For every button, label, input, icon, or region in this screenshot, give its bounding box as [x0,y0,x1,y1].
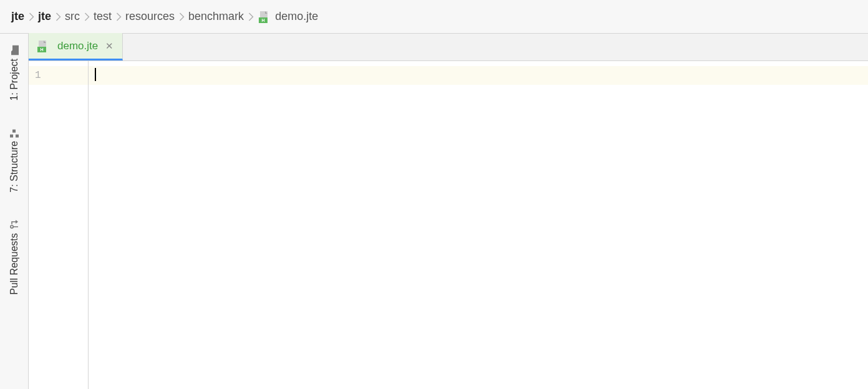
svg-text:H: H [262,18,265,22]
svg-rect-6 [16,135,19,138]
chevron-right-icon [52,12,64,21]
sidebar-tool-structure[interactable]: 7: Structure [6,123,22,198]
svg-point-7 [10,226,12,228]
structure-icon [10,127,19,138]
pull-request-icon [9,219,19,230]
line-number[interactable]: 1 [29,66,88,85]
breadcrumb-root-jte[interactable]: jte [11,10,24,23]
left-tool-sidebar: 1: Project 7: Structure Pull Requests [0,34,29,389]
breadcrumb: jte jte src test resources benchmark H d… [0,0,868,34]
svg-rect-4 [10,135,13,138]
close-icon[interactable]: ✕ [104,39,115,53]
breadcrumb-benchmark[interactable]: benchmark [188,10,244,23]
gutter: 1 [29,61,89,389]
jte-file-icon: H [258,10,271,24]
sidebar-tool-project[interactable]: 1: Project [6,41,22,106]
folder-icon [10,45,19,56]
sidebar-tool-pull-requests[interactable]: Pull Requests [6,214,22,300]
breadcrumb-file[interactable]: demo.jte [275,10,318,23]
svg-marker-8 [16,220,18,224]
chevron-right-icon [81,12,92,21]
chevron-right-icon [176,12,187,21]
breadcrumb-module-jte[interactable]: jte [38,10,51,23]
jte-file-icon: H [36,39,50,53]
tab-demo-jte[interactable]: H demo.jte ✕ [29,33,123,60]
breadcrumb-resources[interactable]: resources [125,10,175,23]
breadcrumb-src[interactable]: src [65,10,80,23]
tab-label: demo.jte [57,40,98,52]
code-line[interactable] [89,66,868,85]
chevron-right-icon [245,12,256,21]
chevron-right-icon [26,12,37,21]
tab-bar: H demo.jte ✕ [29,34,868,61]
code-area[interactable] [89,61,868,389]
editor-content: 1 [29,61,868,389]
chevron-right-icon [113,12,124,21]
svg-rect-5 [12,130,16,133]
editor-area: H demo.jte ✕ 1 [29,34,868,389]
text-cursor [95,68,96,81]
breadcrumb-test[interactable]: test [94,10,112,23]
svg-text:H: H [40,47,43,52]
